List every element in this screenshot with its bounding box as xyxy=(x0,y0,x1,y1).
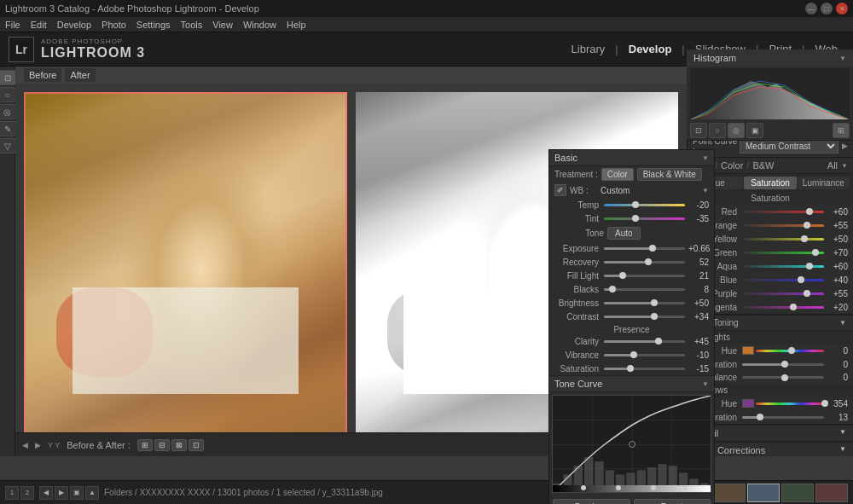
wb-icon[interactable]: ▣ xyxy=(746,123,763,138)
histogram-tools: ⊡ ○ ◎ ▣ ⊞ xyxy=(687,121,853,140)
crop-tool[interactable]: ⊡ xyxy=(0,70,16,85)
sh-hue-track[interactable] xyxy=(756,403,824,405)
clarity-slider-row: Clarity +45 xyxy=(549,334,714,348)
heal-icon[interactable]: ○ xyxy=(709,123,726,138)
menu-file[interactable]: File xyxy=(5,20,20,30)
curve-thumb-3[interactable] xyxy=(651,485,656,490)
zoom-icon[interactable]: ⊞ xyxy=(833,123,850,138)
menu-window[interactable]: Window xyxy=(243,20,276,30)
tone-auto-btn[interactable]: Auto xyxy=(607,227,641,240)
sh-sat-track[interactable] xyxy=(742,416,824,419)
hl-hue-swatch[interactable] xyxy=(742,346,754,355)
hl-sat-track[interactable] xyxy=(742,363,824,366)
recovery-value: 52 xyxy=(685,258,709,267)
minimize-button[interactable]: — xyxy=(805,3,817,14)
sh-hue-swatch[interactable] xyxy=(742,399,754,408)
gradient-tool[interactable]: ▽ xyxy=(0,138,16,154)
menu-photo[interactable]: Photo xyxy=(102,20,126,30)
previous-button[interactable]: Previous xyxy=(553,499,630,504)
nav-arrows: ◀ ▶ ▣ ▲ xyxy=(39,486,99,500)
purple-track[interactable] xyxy=(742,293,824,295)
red-track[interactable] xyxy=(742,211,824,213)
brightness-slider-row: Brightness +50 xyxy=(549,296,714,310)
temp-value: -20 xyxy=(685,200,709,210)
before-photo xyxy=(24,92,347,448)
saturation-basic-track[interactable] xyxy=(604,368,685,370)
film-thumbs xyxy=(713,484,848,502)
saturation-tab[interactable]: Saturation xyxy=(744,177,796,189)
balance-track[interactable] xyxy=(742,376,824,379)
clarity-value: +45 xyxy=(685,337,709,346)
curve-thumb-2[interactable] xyxy=(616,485,621,490)
view-mode-btn-4[interactable]: ⊡ xyxy=(189,439,204,451)
nav-left-btn[interactable]: ◀ xyxy=(39,486,53,500)
menu-develop[interactable]: Develop xyxy=(57,20,91,30)
recovery-slider-row: Recovery 52 xyxy=(549,255,714,269)
menu-tools[interactable]: Tools xyxy=(181,20,203,30)
tint-track[interactable] xyxy=(604,217,685,220)
nav-develop[interactable]: Develop xyxy=(622,41,679,57)
exposure-track[interactable] xyxy=(604,247,685,250)
target-icon[interactable]: ◎ xyxy=(728,123,745,138)
brand-name: ADOBE PHOTOSHOP xyxy=(41,38,145,45)
blue-track[interactable] xyxy=(742,279,824,281)
view-mode-btn-2[interactable]: ⊟ xyxy=(154,439,170,451)
view-mode-btn-3[interactable]: ⊠ xyxy=(171,439,187,451)
all-tab-header[interactable]: All xyxy=(827,160,838,171)
fill-light-track[interactable] xyxy=(604,275,685,277)
magenta-value: +20 xyxy=(824,303,848,312)
hl-hue-track[interactable] xyxy=(756,350,824,352)
menu-settings[interactable]: Settings xyxy=(136,20,171,30)
recovery-track[interactable] xyxy=(604,261,685,264)
treatment-label: Treatment : xyxy=(554,170,598,179)
page-1-btn[interactable]: 1 xyxy=(5,486,19,500)
magenta-track[interactable] xyxy=(742,306,824,309)
menu-edit[interactable]: Edit xyxy=(31,20,47,30)
wb-dropper[interactable]: ✐ xyxy=(554,184,566,196)
view-mode-btn-1[interactable]: ⊞ xyxy=(137,439,153,451)
orange-track[interactable] xyxy=(742,224,824,227)
basic-header[interactable]: Basic ▼ xyxy=(549,150,714,166)
film-thumb-4[interactable] xyxy=(815,484,848,502)
clarity-track[interactable] xyxy=(604,340,685,343)
color-btn[interactable]: Color xyxy=(601,168,634,181)
tone-curve-header[interactable]: Tone Curve ▼ xyxy=(549,375,714,392)
green-track[interactable] xyxy=(742,252,824,254)
menu-help[interactable]: Help xyxy=(287,20,306,30)
left-panel: ⊡ ○ ◎ ✎ ▽ xyxy=(0,67,15,456)
nav-library[interactable]: Library xyxy=(565,41,612,57)
yellow-track[interactable] xyxy=(742,238,824,240)
blacks-track[interactable] xyxy=(604,288,685,291)
nav-right-btn[interactable]: ▶ xyxy=(55,486,68,500)
film-thumb-1[interactable] xyxy=(713,484,746,502)
aqua-track[interactable] xyxy=(742,265,824,268)
film-thumb-3[interactable] xyxy=(781,484,814,502)
after-label: After xyxy=(65,68,95,82)
menu-view[interactable]: View xyxy=(212,20,233,30)
spot-tool[interactable]: ○ xyxy=(0,87,16,102)
redeye-tool[interactable]: ◎ xyxy=(0,104,16,119)
luminance-tab[interactable]: Luminance xyxy=(798,177,850,189)
maximize-button[interactable]: □ xyxy=(821,3,833,14)
yellow-value: +50 xyxy=(824,235,848,244)
nav-up-btn[interactable]: ▲ xyxy=(85,486,99,500)
point-curve-select[interactable]: Medium Contrast Linear Strong Contrast xyxy=(740,139,838,154)
contrast-track[interactable] xyxy=(604,316,685,318)
color-tab-header[interactable]: Color xyxy=(721,160,743,171)
bw-tab-header[interactable]: B&W xyxy=(752,160,774,171)
reset-button[interactable]: Reset xyxy=(634,499,711,504)
tone-row: Tone Auto xyxy=(549,225,714,241)
histogram-header[interactable]: Histogram ▼ xyxy=(687,49,853,67)
vibrance-track[interactable] xyxy=(604,354,685,356)
window-controls: — □ ✕ xyxy=(805,3,848,14)
temp-track[interactable] xyxy=(604,204,685,206)
film-thumb-2[interactable] xyxy=(747,484,780,502)
curve-thumb-4[interactable] xyxy=(682,485,688,490)
brush-tool[interactable]: ✎ xyxy=(0,121,16,136)
bw-btn[interactable]: Black & White xyxy=(637,168,702,181)
nav-folders-btn[interactable]: ▣ xyxy=(70,486,84,500)
page-2-btn[interactable]: 2 xyxy=(20,486,34,500)
crop-icon[interactable]: ⊡ xyxy=(690,123,707,138)
close-button[interactable]: ✕ xyxy=(836,3,848,14)
brightness-track[interactable] xyxy=(604,302,685,304)
